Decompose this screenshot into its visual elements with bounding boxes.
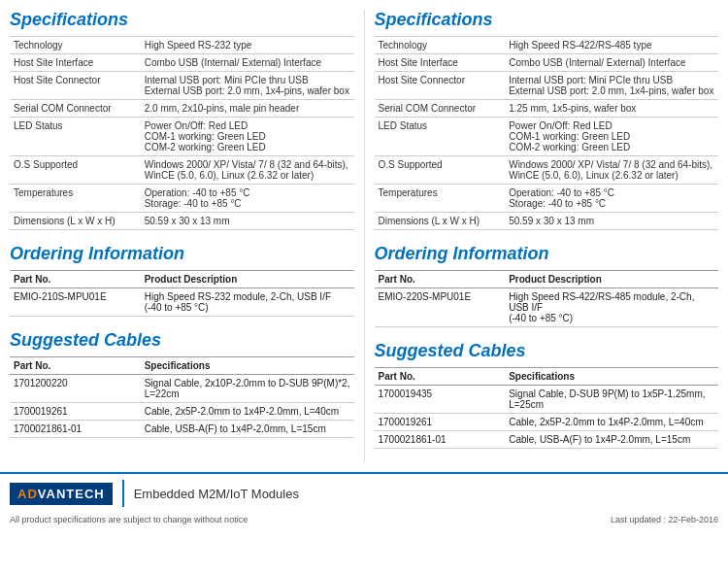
spec-label: Host Site Interface [10, 54, 141, 72]
ordering-part: EMIO-220S-MPU01E [375, 288, 506, 327]
cable-desc: Cable, 2x5P-2.0mm to 1x4P-2.0mm, L=40cm [505, 414, 718, 431]
spec-value: High Speed RS-232 type [141, 37, 354, 54]
right-spec-table: TechnologyHigh Speed RS-422/RS-485 typeH… [375, 36, 719, 230]
cable-desc: Cable, 2x5P-2.0mm to 1x4P-2.0mm, L=40cm [141, 403, 354, 421]
left-cables-col1: Part No. [10, 357, 141, 375]
table-row: TemperaturesOperation: -40 to +85 °CStor… [375, 185, 719, 213]
spec-label: Dimensions (L x W x H) [375, 213, 506, 230]
ordering-desc: High Speed RS-232 module, 2-Ch, USB I/F(… [141, 288, 354, 317]
table-row: 1700021861-01Cable, USB-A(F) to 1x4P-2.0… [375, 431, 719, 449]
cable-desc: Cable, USB-A(F) to 1x4P-2.0mm, L=15cm [505, 431, 718, 449]
spec-label: LED Status [10, 118, 141, 156]
footer: ADVANTECH Embedded M2M/IoT Modules [0, 472, 728, 513]
left-spec-title: Specifications [10, 10, 354, 30]
right-cables-table: Part No. Specifications 1700019435Signal… [375, 367, 719, 449]
left-ordering-col1: Part No. [10, 271, 141, 288]
footer-wrapper: ADVANTECH Embedded M2M/IoT Modules All p… [0, 472, 728, 528]
spec-label: Temperatures [375, 185, 506, 213]
spec-label: Host Site Interface [375, 54, 506, 72]
spec-label: Host Site Connector [375, 72, 506, 100]
footer-note: All product specifications are subject t… [10, 515, 248, 524]
left-cables-title: Suggested Cables [10, 330, 354, 351]
spec-label: Dimensions (L x W x H) [10, 213, 141, 230]
table-row: LED StatusPower On/Off: Red LEDCOM-1 wor… [10, 118, 354, 156]
spec-value: 50.59 x 30 x 13 mm [505, 213, 718, 230]
table-row: EMIO-220S-MPU01EHigh Speed RS-422/RS-485… [375, 288, 719, 327]
spec-label: O.S Supported [375, 156, 506, 185]
spec-label: Serial COM Connector [375, 100, 506, 118]
left-cables-col2: Specifications [141, 357, 354, 375]
table-row: Host Site ConnectorInternal USB port: Mi… [10, 72, 354, 100]
table-row: Dimensions (L x W x H)50.59 x 30 x 13 mm [375, 213, 719, 230]
spec-value: Windows 2000/ XP/ Vista/ 7/ 8 (32 and 64… [141, 156, 354, 185]
footer-brand-vantech: VANTECH [38, 487, 105, 501]
spec-label: LED Status [375, 118, 506, 156]
cable-desc: Signal Cable, 2x10P-2.0mm to D-SUB 9P(M)… [141, 375, 354, 403]
footer-brand: ADVANTECH [10, 483, 113, 505]
cable-desc: Signal Cable, D-SUB 9P(M) to 1x5P-1.25mm… [505, 386, 718, 414]
spec-value: Windows 2000/ XP/ Vista/ 7/ 8 (32 and 64… [505, 156, 718, 185]
footer-divider [122, 480, 124, 507]
right-ordering-col1: Part No. [375, 271, 506, 288]
right-spec-title: Specifications [375, 10, 719, 30]
cable-part: 1700019435 [375, 386, 506, 414]
footer-last-updated: Last updated : 22-Feb-2016 [611, 515, 718, 524]
cable-desc: Cable, USB-A(F) to 1x4P-2.0mm, L=15cm [141, 421, 354, 438]
table-row: Serial COM Connector2.0 mm, 2x10-pins, m… [10, 100, 354, 118]
spec-value: Combo USB (Internal/ External) Interface [505, 54, 718, 72]
spec-value: High Speed RS-422/RS-485 type [505, 37, 718, 54]
left-cables-table: Part No. Specifications 1701200220Signal… [10, 356, 354, 438]
spec-value: 50.59 x 30 x 13 mm [141, 213, 354, 230]
spec-value: Internal USB port: Mini PCIe thru USBExt… [505, 72, 718, 100]
table-row: 1700019261Cable, 2x5P-2.0mm to 1x4P-2.0m… [10, 403, 354, 421]
table-row: Host Site InterfaceCombo USB (Internal/ … [375, 54, 719, 72]
table-row: Host Site InterfaceCombo USB (Internal/ … [10, 54, 354, 72]
spec-label: Temperatures [10, 185, 141, 213]
footer-bottom: All product specifications are subject t… [0, 513, 728, 528]
spec-value: Operation: -40 to +85 °CStorage: -40 to … [505, 185, 718, 213]
spec-label: Host Site Connector [10, 72, 141, 100]
spec-label: Serial COM Connector [10, 100, 141, 118]
cable-part: 1701200220 [10, 375, 141, 403]
table-row: 1701200220Signal Cable, 2x10P-2.0mm to D… [10, 375, 354, 403]
main-content: Specifications TechnologyHigh Speed RS-2… [0, 0, 728, 462]
left-ordering-title: Ordering Information [10, 244, 354, 264]
right-column: Specifications TechnologyHigh Speed RS-4… [375, 10, 719, 462]
footer-brand-ad: AD [17, 487, 38, 501]
ordering-part: EMIO-210S-MPU01E [10, 288, 141, 317]
ordering-desc: High Speed RS-422/RS-485 module, 2-Ch, U… [505, 288, 718, 327]
left-spec-table: TechnologyHigh Speed RS-232 typeHost Sit… [10, 36, 354, 230]
spec-value: 1.25 mm, 1x5-pins, wafer box [505, 100, 718, 118]
table-row: O.S SupportedWindows 2000/ XP/ Vista/ 7/… [375, 156, 719, 185]
table-row: Dimensions (L x W x H)50.59 x 30 x 13 mm [10, 213, 354, 230]
cable-part: 1700021861-01 [375, 431, 506, 449]
table-row: 1700021861-01Cable, USB-A(F) to 1x4P-2.0… [10, 421, 354, 438]
right-cables-col1: Part No. [375, 368, 506, 386]
left-column: Specifications TechnologyHigh Speed RS-2… [10, 10, 354, 462]
table-row: TechnologyHigh Speed RS-232 type [10, 37, 354, 54]
table-row: LED StatusPower On/Off: Red LEDCOM-1 wor… [375, 118, 719, 156]
column-divider [364, 10, 365, 462]
table-row: Host Site ConnectorInternal USB port: Mi… [375, 72, 719, 100]
footer-product: Embedded M2M/IoT Modules [134, 487, 299, 501]
table-row: O.S SupportedWindows 2000/ XP/ Vista/ 7/… [10, 156, 354, 185]
spec-label: O.S Supported [10, 156, 141, 185]
table-row: EMIO-210S-MPU01EHigh Speed RS-232 module… [10, 288, 354, 317]
table-row: TemperaturesOperation: -40 to +85 °CStor… [10, 185, 354, 213]
table-row: Serial COM Connector1.25 mm, 1x5-pins, w… [375, 100, 719, 118]
spec-value: Power On/Off: Red LEDCOM-1 working: Gree… [505, 118, 718, 156]
spec-value: Operation: -40 to +85 °CStorage: -40 to … [141, 185, 354, 213]
right-cables-title: Suggested Cables [375, 341, 719, 361]
spec-label: Technology [375, 37, 506, 54]
spec-value: Combo USB (Internal/ External) Interface [141, 54, 354, 72]
left-ordering-col2: Product Description [141, 271, 354, 288]
spec-value: Internal USB port: Mini PCIe thru USBExt… [141, 72, 354, 100]
cable-part: 1700019261 [375, 414, 506, 431]
cable-part: 1700019261 [10, 403, 141, 421]
footer-left: ADVANTECH Embedded M2M/IoT Modules [10, 480, 718, 507]
spec-value: Power On/Off: Red LEDCOM-1 working: Gree… [141, 118, 354, 156]
table-row: 1700019435Signal Cable, D-SUB 9P(M) to 1… [375, 386, 719, 414]
cable-part: 1700021861-01 [10, 421, 141, 438]
right-cables-col2: Specifications [505, 368, 718, 386]
left-ordering-table: Part No. Product Description EMIO-210S-M… [10, 270, 354, 317]
